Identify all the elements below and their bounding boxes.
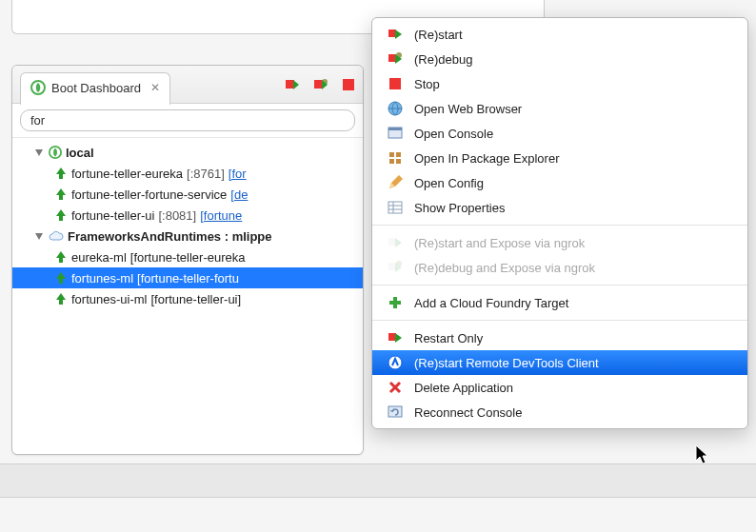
up-arrow-icon (54, 250, 68, 264)
debug-icon (388, 260, 403, 275)
menu-item-plus[interactable]: Add a Cloud Foundry Target (372, 290, 747, 315)
menu-item-pencil[interactable]: Open Config (372, 170, 747, 195)
up-arrow-icon (54, 271, 68, 285)
tree-item-link[interactable]: [de (230, 187, 248, 202)
menu-item-devtools[interactable]: (Re)start Remote DevTools Client (372, 350, 747, 375)
reconnect-icon (388, 404, 403, 420)
globe-icon (388, 101, 403, 116)
svg-rect-15 (389, 159, 394, 164)
menu-item-label: Open Config (414, 176, 484, 190)
tab-boot-dashboard[interactable]: Boot Dashboard ✕ (20, 72, 170, 105)
svg-rect-9 (389, 78, 401, 89)
tree-group-local[interactable]: local (12, 142, 363, 163)
pencil-icon (388, 175, 403, 190)
svg-rect-6 (388, 30, 396, 37)
cloud-icon (49, 230, 64, 242)
menu-item-label: Restart Only (414, 331, 483, 345)
menu-separator (372, 285, 747, 286)
chevron-down-icon (35, 149, 43, 156)
tree-item-suffix: [fortune-teller-fortu (137, 271, 239, 286)
tab-title: Boot Dashboard (51, 81, 141, 95)
props-icon (388, 200, 403, 215)
menu-item-label: (Re)start (414, 28, 463, 42)
run-icon (388, 330, 403, 345)
svg-rect-17 (388, 202, 402, 213)
tree-item-name: fortune-teller-eureka (71, 167, 183, 181)
dashboard-toolbar (285, 77, 355, 92)
menu-item-run: (Re)start and Expose via ngrok (372, 230, 747, 255)
tree-item-name: fortune-teller-ui (71, 208, 154, 223)
boot-dashboard-panel: Boot Dashboard ✕ local (11, 65, 364, 455)
svg-rect-1 (286, 80, 294, 89)
menu-item-label: Add a Cloud Foundry Target (414, 296, 568, 310)
context-menu[interactable]: (Re)start(Re)debugStopOpen Web BrowserOp… (371, 17, 748, 429)
svg-rect-22 (388, 263, 396, 270)
tab-close-icon[interactable]: ✕ (150, 81, 160, 94)
svg-rect-2 (314, 80, 323, 89)
run-icon (388, 235, 403, 250)
svg-rect-4 (343, 79, 354, 90)
menu-item-debug[interactable]: (Re)debug (372, 47, 747, 71)
menu-item-console[interactable]: Open Console (372, 121, 747, 146)
menu-item-label: (Re)debug (414, 52, 472, 67)
up-arrow-icon (54, 167, 68, 180)
tree-item[interactable]: eureka-ml [fortune-teller-eureka (12, 246, 363, 267)
toolbar-stop-icon[interactable] (342, 78, 355, 91)
svg-rect-21 (388, 238, 396, 246)
up-arrow-icon (54, 292, 68, 305)
menu-item-label: Reconnect Console (414, 405, 522, 420)
tree-item-port: [:8761] (187, 167, 225, 181)
menu-item-package[interactable]: Open In Package Explorer (372, 146, 747, 170)
spring-icon (30, 80, 46, 95)
menu-item-label: Show Properties (414, 201, 505, 215)
menu-item-label: (Re)start Remote DevTools Client (414, 356, 599, 370)
filter-input[interactable] (20, 109, 355, 131)
tree-item[interactable]: fortunes-ui-ml [fortune-teller-ui] (12, 288, 363, 309)
menu-item-props[interactable]: Show Properties (372, 195, 747, 220)
menu-item-globe[interactable]: Open Web Browser (372, 96, 747, 121)
toolbar-debug-icon[interactable] (313, 77, 328, 92)
svg-rect-13 (389, 152, 394, 157)
tree-item-name: fortunes-ml (71, 271, 133, 286)
menu-item-stop[interactable]: Stop (372, 71, 747, 96)
menu-item-label: Stop (414, 77, 440, 91)
up-arrow-icon (54, 208, 68, 222)
tree-group-label: local (66, 146, 94, 160)
run-icon (388, 27, 403, 42)
toolbar-run-icon[interactable] (285, 77, 300, 92)
tree-item-name: fortunes-ui-ml (71, 292, 147, 306)
tree-item-suffix: [fortune-teller-eureka (130, 250, 246, 265)
tree-item[interactable]: fortune-teller-eureka [:8761] [for (12, 163, 363, 184)
background-strip-bottom (0, 463, 756, 498)
apps-tree[interactable]: local fortune-teller-eureka [:8761] [for… (12, 138, 363, 313)
menu-item-label: (Re)start and Expose via ngrok (414, 236, 585, 250)
plus-icon (388, 295, 403, 310)
svg-rect-26 (388, 333, 396, 341)
tab-bar: Boot Dashboard ✕ (12, 66, 363, 104)
filter-wrap (12, 104, 363, 138)
tree-item-link[interactable]: [fortune (200, 208, 242, 223)
up-arrow-icon (54, 187, 68, 201)
tree-group-cf[interactable]: FrameworksAndRuntimes : mlippe (12, 226, 363, 246)
menu-item-reconnect[interactable]: Reconnect Console (372, 400, 747, 424)
menu-item-run[interactable]: (Re)start (372, 22, 747, 47)
menu-item-label: Delete Application (414, 381, 513, 395)
tree-group-label: FrameworksAndRuntimes : mlippe (68, 229, 272, 244)
menu-item-run[interactable]: Restart Only (372, 325, 747, 350)
tree-item-link[interactable]: [for (229, 167, 247, 181)
menu-item-debug: (Re)debug and Expose via ngrok (372, 255, 747, 280)
devtools-icon (388, 355, 403, 370)
tree-item[interactable]: fortune-teller-ui [:8081] [fortune (12, 205, 363, 226)
svg-rect-14 (396, 152, 401, 157)
menu-item-label: Open In Package Explorer (414, 151, 559, 166)
stop-icon (388, 76, 403, 91)
tree-item-selected[interactable]: fortunes-ml [fortune-teller-fortu (12, 267, 363, 288)
tree-item-name: fortune-teller-fortune-service (71, 187, 227, 202)
chevron-down-icon (35, 233, 43, 240)
tree-item-suffix: [fortune-teller-ui] (150, 292, 241, 306)
svg-rect-7 (388, 54, 396, 62)
tree-item[interactable]: fortune-teller-fortune-service [de (12, 184, 363, 205)
menu-item-label: Open Web Browser (414, 102, 522, 116)
menu-item-delete[interactable]: Delete Application (372, 375, 747, 400)
tree-item-port: [:8081] (158, 208, 196, 223)
